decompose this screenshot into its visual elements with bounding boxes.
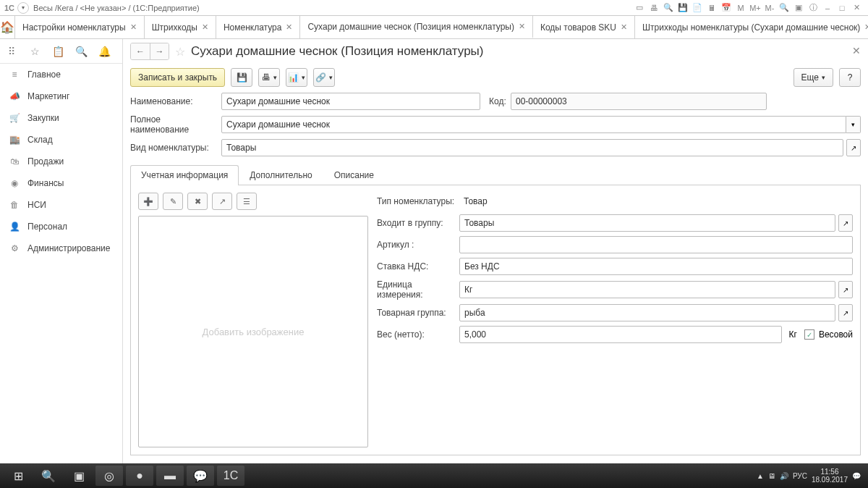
tab-close-icon[interactable]: ✕ (621, 22, 627, 32)
inner-tab-description[interactable]: Описание (323, 165, 385, 185)
tab-close-icon[interactable]: ✕ (519, 22, 525, 31)
tab-item-active[interactable]: Сухари домашние чеснок (Позиция номенкла… (300, 16, 533, 38)
kind-label: Вид номенклатуры: (130, 143, 221, 153)
tgroup-label: Товарная группа: (377, 308, 459, 318)
vat-input[interactable]: Без НДС (459, 258, 853, 275)
print-icon[interactable]: 🖶 (648, 2, 660, 14)
app-taskbar-icon[interactable]: 💬 (187, 466, 214, 486)
title-bar: 1С ▾ Весы /Кега / <Не указан> / (1С:Пред… (0, 0, 868, 16)
bell-icon[interactable]: 🔔 (97, 44, 111, 59)
save-close-button[interactable]: Записать и закрыть (130, 68, 225, 87)
tab-item[interactable]: Штрихкоды✕ (145, 16, 216, 38)
tray-icon[interactable]: 🔊 (780, 472, 788, 480)
sidebar-item[interactable]: 👤Персонал (0, 216, 122, 237)
minimize-icon[interactable]: – (822, 2, 833, 14)
search-taskbar-icon[interactable]: 🔍 (35, 466, 62, 486)
code-input[interactable] (511, 93, 767, 110)
zoom-icon[interactable]: 🔍 (778, 2, 790, 14)
maximize-icon[interactable]: □ (836, 2, 848, 14)
weight-input[interactable]: 5,000 (459, 326, 782, 343)
delete-image-button[interactable]: ✖ (187, 193, 208, 210)
fullname-dropdown[interactable]: ▾ (846, 116, 861, 133)
sidebar-item[interactable]: 🛒Закупки (0, 107, 122, 129)
tray-icon[interactable]: 🖥 (768, 472, 775, 480)
copy-icon[interactable]: 📄 (692, 2, 703, 14)
group-open-icon[interactable]: ↗ (838, 214, 853, 232)
tab-item[interactable]: Штрихкоды номенклатуры (Сухари домашние … (635, 16, 868, 38)
inner-tab-account[interactable]: Учетная информация (130, 165, 239, 185)
kind-input[interactable] (221, 139, 843, 156)
tab-item[interactable]: Номенклатура✕ (216, 16, 301, 38)
fullname-input[interactable] (221, 116, 846, 133)
apps-icon[interactable]: ⠿ (4, 44, 19, 59)
tgroup-open-icon[interactable]: ↗ (838, 304, 853, 321)
sidebar-item[interactable]: 📣Маркетинг (0, 85, 122, 107)
save-icon[interactable]: 💾 (677, 2, 689, 14)
print-button[interactable]: 🖶▾ (258, 68, 280, 87)
gear-icon: ⚙ (9, 243, 20, 253)
lang-indicator[interactable]: РУС (793, 472, 807, 480)
close-page-icon[interactable]: ✕ (852, 45, 861, 56)
vat-label: Ставка НДС: (377, 261, 459, 272)
m-icon[interactable]: M (735, 2, 746, 14)
calendar-icon[interactable]: 📅 (720, 2, 732, 14)
info-icon[interactable]: ⓘ (807, 2, 819, 14)
app-taskbar-icon[interactable]: ◎ (95, 466, 123, 486)
help-button[interactable]: ? (839, 68, 861, 87)
tray-icon[interactable]: ▲ (757, 472, 764, 480)
tab-item[interactable]: Коды товаров SKU✕ (533, 16, 635, 38)
open-image-button[interactable]: ↗ (212, 193, 232, 210)
preview-icon[interactable]: 🔍 (663, 2, 674, 14)
m-plus-icon[interactable]: M+ (749, 2, 761, 14)
report-button[interactable]: 📊▾ (286, 68, 307, 87)
calc-icon[interactable]: 🖩 (706, 2, 718, 14)
close-window-icon[interactable]: ✕ (851, 2, 862, 14)
sidebar-item[interactable]: 🏬Склад (0, 129, 122, 151)
unit-input[interactable]: Кг (459, 281, 835, 298)
unit-open-icon[interactable]: ↗ (838, 281, 853, 298)
favorite-icon[interactable]: ☆ (175, 45, 185, 59)
app-taskbar-icon[interactable]: ● (126, 466, 153, 486)
app-taskbar-icon[interactable]: ▬ (156, 466, 184, 486)
m-minus-icon[interactable]: M- (764, 2, 775, 14)
sidebar-item[interactable]: ◉Финансы (0, 172, 122, 194)
tab-close-icon[interactable]: ✕ (202, 22, 208, 32)
sidebar-item[interactable]: ≡Главное (0, 64, 122, 85)
tab-item[interactable]: Настройки номенклатуры✕ (15, 16, 145, 38)
save-button[interactable]: 💾 (231, 68, 252, 87)
image-placeholder[interactable]: Добавить изображение (138, 216, 368, 447)
toolbar-icon[interactable]: ▭ (634, 2, 645, 14)
weight-checkbox[interactable]: ✓ (804, 329, 814, 340)
app-taskbar-icon[interactable]: 1С (217, 466, 244, 486)
inner-tab-additional[interactable]: Дополнительно (239, 165, 323, 185)
app-menu-icon[interactable]: ▾ (17, 2, 29, 14)
article-input[interactable] (459, 236, 853, 253)
tab-close-icon[interactable]: ✕ (286, 22, 292, 32)
more-button[interactable]: Еще▾ (793, 68, 833, 87)
back-button[interactable]: ← (131, 43, 150, 59)
start-button[interactable]: ⊞ (4, 466, 32, 486)
edit-image-button[interactable]: ✎ (163, 193, 183, 210)
sidebar-item[interactable]: ⚙Администрирование (0, 237, 122, 259)
sidebar-item[interactable]: 🗑НСИ (0, 194, 122, 216)
link-button[interactable]: 🔗▾ (313, 68, 335, 87)
list-image-button[interactable]: ☰ (237, 193, 257, 210)
add-image-button[interactable]: ➕ (138, 193, 158, 210)
tab-close-icon[interactable]: ✕ (130, 22, 137, 32)
home-tab[interactable]: 🏠 (0, 16, 15, 38)
search-icon[interactable]: 🔍 (74, 44, 88, 59)
taskview-icon[interactable]: ▣ (65, 466, 93, 486)
kind-open-icon[interactable]: ↗ (846, 139, 861, 156)
forward-button[interactable]: → (150, 43, 169, 59)
clipboard-icon[interactable]: 📋 (51, 44, 65, 59)
group-input[interactable]: Товары (459, 214, 835, 232)
panel-icon[interactable]: ▣ (793, 2, 804, 14)
clock[interactable]: 11:5618.09.2017 (812, 468, 848, 484)
fullname-label: Полное наименование (130, 114, 221, 135)
notifications-icon[interactable]: 💬 (852, 472, 861, 480)
name-input[interactable] (221, 93, 480, 110)
star-icon[interactable]: ☆ (27, 44, 42, 59)
tab-close-icon[interactable]: ✕ (864, 22, 868, 32)
sidebar-item[interactable]: 🛍Продажи (0, 151, 122, 172)
tgroup-input[interactable]: рыба (459, 304, 835, 321)
